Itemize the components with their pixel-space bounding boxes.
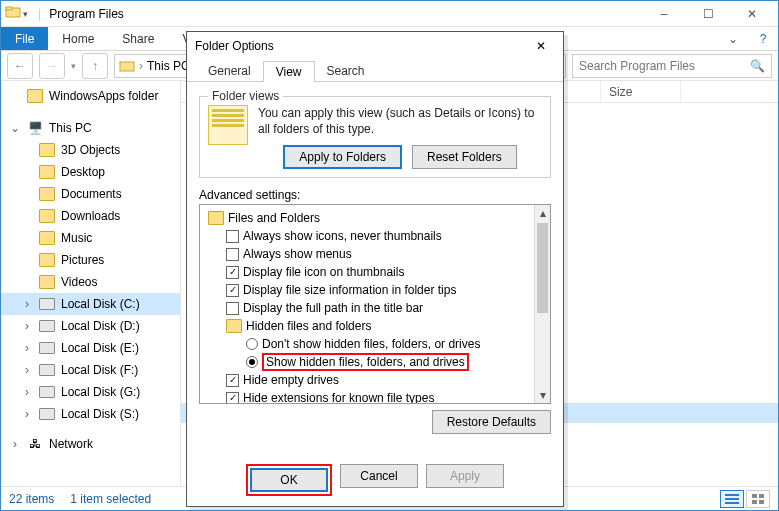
folder-views-group: Folder views You can apply this view (su… xyxy=(199,96,551,178)
nav-network[interactable]: › 🖧 Network xyxy=(1,433,180,455)
checkbox-icon xyxy=(226,284,239,297)
details-view-button[interactable] xyxy=(720,490,744,508)
quick-access-toolbar: ▾ | xyxy=(5,4,41,23)
checkbox-icon xyxy=(226,392,239,405)
scroll-up-icon[interactable]: ▴ xyxy=(535,205,550,221)
navigation-pane[interactable]: WindowsApps folder ⌄ 🖥️ This PC 3D Objec… xyxy=(1,81,181,488)
scroll-down-icon[interactable]: ▾ xyxy=(535,387,550,403)
dialog-title: Folder Options xyxy=(195,39,274,53)
help-icon[interactable]: ? xyxy=(748,27,778,50)
nav-item[interactable]: ›Local Disk (S:) xyxy=(1,403,180,425)
drive-icon xyxy=(39,364,55,376)
tree-option[interactable]: Always show icons, never thumbnails xyxy=(204,227,550,245)
folder-icon xyxy=(39,209,55,223)
folder-icon xyxy=(39,253,55,267)
radio-show-hidden[interactable]: Show hidden files, folders, and drives xyxy=(204,353,550,371)
apply-to-folders-button[interactable]: Apply to Folders xyxy=(283,145,402,169)
minimize-button[interactable]: – xyxy=(642,1,686,27)
tree-hidden-files-group[interactable]: Hidden files and folders xyxy=(204,317,550,335)
drive-icon xyxy=(39,298,55,310)
drive-icon xyxy=(39,408,55,420)
reset-folders-button[interactable]: Reset Folders xyxy=(412,145,517,169)
search-placeholder: Search Program Files xyxy=(579,59,695,73)
svg-rect-3 xyxy=(725,494,739,496)
folder-icon xyxy=(119,58,135,74)
tab-home[interactable]: Home xyxy=(48,27,108,50)
tree-option[interactable]: Display the full path in the title bar xyxy=(204,299,550,317)
back-button[interactable]: ← xyxy=(7,53,33,79)
svg-rect-8 xyxy=(752,500,757,504)
qat-dropdown-icon[interactable]: ▾ xyxy=(23,9,28,19)
up-button[interactable]: ↑ xyxy=(82,53,108,79)
folder-options-dialog: Folder Options ✕ General View Search Fol… xyxy=(186,31,564,507)
nav-item[interactable]: Pictures xyxy=(1,249,180,271)
folder-icon xyxy=(39,187,55,201)
dialog-tabs: General View Search xyxy=(187,60,563,82)
restore-defaults-button[interactable]: Restore Defaults xyxy=(432,410,551,434)
maximize-button[interactable]: ☐ xyxy=(686,1,730,27)
nav-windowsapps[interactable]: WindowsApps folder xyxy=(1,85,180,107)
checkbox-icon xyxy=(226,248,239,261)
thumbnails-view-button[interactable] xyxy=(746,490,770,508)
nav-item[interactable]: ›Local Disk (F:) xyxy=(1,359,180,381)
advanced-settings-tree[interactable]: Files and Folders Always show icons, nev… xyxy=(199,204,551,404)
folder-views-icon xyxy=(208,105,248,145)
search-input[interactable]: Search Program Files 🔍 xyxy=(572,54,772,78)
checkbox-icon xyxy=(226,230,239,243)
cancel-button[interactable]: Cancel xyxy=(340,464,418,488)
svg-rect-4 xyxy=(725,498,739,500)
highlight-show-hidden: Show hidden files, folders, and drives xyxy=(262,353,469,371)
apply-button[interactable]: Apply xyxy=(426,464,504,488)
dialog-tab-general[interactable]: General xyxy=(195,60,264,81)
ok-button[interactable]: OK xyxy=(250,468,328,492)
folder-views-legend: Folder views xyxy=(208,89,283,103)
col-size[interactable]: Size xyxy=(601,81,681,102)
nav-item[interactable]: Desktop xyxy=(1,161,180,183)
status-item-count: 22 items xyxy=(9,492,54,506)
folder-icon xyxy=(39,165,55,179)
svg-rect-5 xyxy=(725,502,739,504)
nav-item[interactable]: Videos xyxy=(1,271,180,293)
radio-dont-show-hidden[interactable]: Don't show hidden files, folders, or dri… xyxy=(204,335,550,353)
nav-item[interactable]: Music xyxy=(1,227,180,249)
search-icon: 🔍 xyxy=(750,59,765,73)
window-title: Program Files xyxy=(49,7,124,21)
radio-icon xyxy=(246,356,258,368)
tree-files-and-folders[interactable]: Files and Folders xyxy=(204,209,550,227)
tree-option[interactable]: Display file size information in folder … xyxy=(204,281,550,299)
dialog-tab-search[interactable]: Search xyxy=(314,60,378,81)
tab-share[interactable]: Share xyxy=(108,27,168,50)
nav-item[interactable]: ›Local Disk (E:) xyxy=(1,337,180,359)
dialog-title-bar: Folder Options ✕ xyxy=(187,32,563,60)
forward-button[interactable]: → xyxy=(39,53,65,79)
scroll-thumb[interactable] xyxy=(537,223,548,313)
checkbox-icon xyxy=(226,374,239,387)
nav-item[interactable]: ›Local Disk (D:) xyxy=(1,315,180,337)
dialog-close-button[interactable]: ✕ xyxy=(527,32,555,60)
dialog-tab-view[interactable]: View xyxy=(263,61,315,82)
folder-views-text: You can apply this view (such as Details… xyxy=(258,105,542,137)
close-button[interactable]: ✕ xyxy=(730,1,774,27)
nav-item[interactable]: Downloads xyxy=(1,205,180,227)
nav-item[interactable]: ›Local Disk (G:) xyxy=(1,381,180,403)
svg-rect-9 xyxy=(759,500,764,504)
tree-option[interactable]: Display file icon on thumbnails xyxy=(204,263,550,281)
drive-icon xyxy=(39,320,55,332)
ribbon-expand-icon[interactable]: ⌄ xyxy=(718,27,748,50)
file-tab[interactable]: File xyxy=(1,27,48,50)
breadcrumb[interactable]: This PC xyxy=(147,59,190,73)
checkbox-icon xyxy=(226,302,239,315)
pc-icon: 🖥️ xyxy=(27,120,43,136)
tree-option[interactable]: Always show menus xyxy=(204,245,550,263)
tree-option[interactable]: Hide empty drives xyxy=(204,371,550,389)
scrollbar[interactable]: ▴ ▾ xyxy=(534,205,550,403)
nav-item[interactable]: 3D Objects xyxy=(1,139,180,161)
tree-option[interactable]: Hide extensions for known file types xyxy=(204,389,550,404)
nav-item[interactable]: Documents xyxy=(1,183,180,205)
recent-dropdown-icon[interactable]: ▾ xyxy=(71,61,76,71)
radio-icon xyxy=(246,338,258,350)
nav-item[interactable]: ›Local Disk (C:) xyxy=(1,293,180,315)
status-selected: 1 item selected xyxy=(70,492,151,506)
nav-this-pc[interactable]: ⌄ 🖥️ This PC xyxy=(1,117,180,139)
drive-icon xyxy=(39,386,55,398)
